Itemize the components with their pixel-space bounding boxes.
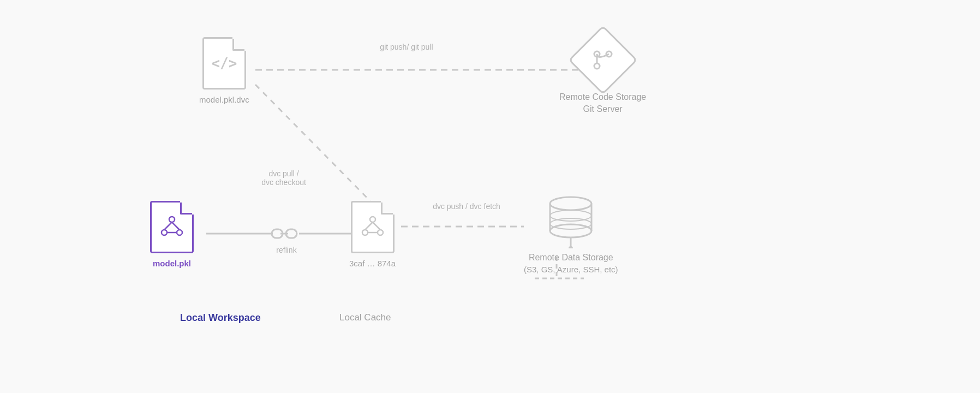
local-cache-label: Local Cache xyxy=(339,312,391,323)
svg-line-1 xyxy=(255,85,377,207)
remote-storage-label-line1: Remote Data Storage xyxy=(524,253,618,263)
local-cache-file-label: 3caf … 874a xyxy=(349,259,396,268)
arrows-svg xyxy=(0,0,980,393)
dvc-push-fetch-label: dvc push / dvc fetch xyxy=(409,202,524,211)
dvc-file-icon: </> model.pkl.dvc xyxy=(199,37,249,104)
dvc-pull-label: dvc pull / dvc checkout xyxy=(240,169,327,187)
svg-point-34 xyxy=(569,246,573,248)
remote-storage-label-line2: (S3, GS, Azure, SSH, etc) xyxy=(524,265,618,274)
git-server-label-line2: Git Server xyxy=(559,104,646,114)
svg-point-12 xyxy=(162,230,167,235)
svg-point-8 xyxy=(594,63,600,69)
svg-point-11 xyxy=(169,217,175,222)
git-diamond-inner xyxy=(591,49,614,72)
model-file-shape xyxy=(150,201,194,253)
code-icon: </> xyxy=(211,55,237,72)
local-cache-file-shape xyxy=(351,201,395,253)
svg-point-21 xyxy=(362,230,368,235)
dvc-file-shape: </> xyxy=(202,37,246,90)
svg-line-14 xyxy=(164,222,172,230)
git-push-pull-label: git push/ git pull xyxy=(338,43,475,51)
reflink-label: reflink xyxy=(262,246,311,254)
local-cache-file-icon: 3caf … 874a xyxy=(349,201,396,268)
dvc-file-label: model.pkl.dvc xyxy=(199,95,249,104)
remote-storage-icon: Remote Data Storage (S3, GS, Azure, SSH,… xyxy=(524,194,618,274)
svg-point-13 xyxy=(177,230,182,235)
model-file-icon: model.pkl xyxy=(150,201,194,268)
git-server-icon: Remote Code Storage Git Server xyxy=(559,35,646,114)
svg-point-32 xyxy=(550,224,591,237)
database-svg xyxy=(546,194,595,248)
cache-graph-icon xyxy=(361,214,385,240)
svg-point-20 xyxy=(370,217,375,222)
git-branch-icon xyxy=(591,49,614,72)
local-workspace-label: Local Workspace xyxy=(180,312,261,324)
link-icon xyxy=(270,223,299,245)
svg-point-22 xyxy=(378,230,383,235)
svg-line-15 xyxy=(172,222,180,230)
model-file-label: model.pkl xyxy=(153,259,191,268)
graph-icon xyxy=(160,214,184,240)
diagram-container: </> model.pkl.dvc Remote Code Storage Gi… xyxy=(0,0,980,393)
svg-point-26 xyxy=(550,197,591,210)
svg-line-23 xyxy=(365,222,373,230)
git-server-label-line1: Remote Code Storage xyxy=(559,92,646,102)
chain-link-svg xyxy=(271,225,298,242)
svg-line-24 xyxy=(373,222,380,230)
git-diamond xyxy=(568,25,637,94)
